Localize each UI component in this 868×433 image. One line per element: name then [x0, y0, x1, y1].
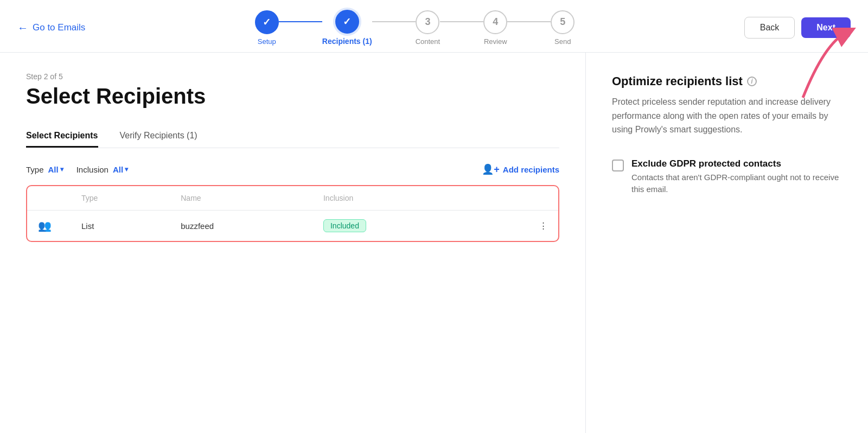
add-recipients-icon: 👤+	[482, 163, 500, 175]
step-send: 5 Send	[551, 10, 575, 46]
step-label-content: Content	[416, 37, 441, 46]
step-setup: ✓ Setup	[255, 10, 279, 46]
tabs: Select Recipients Verify Recipients (1)	[26, 125, 559, 148]
type-filter-label: Type	[26, 165, 44, 174]
gdpr-title: Exclude GDPR protected contacts	[631, 158, 842, 169]
add-recipients-label: Add recipients	[503, 165, 559, 174]
col-name-header: Name	[170, 186, 312, 211]
optimize-desc: Protect priceless sender reputation and …	[612, 95, 842, 137]
gdpr-section: Exclude GDPR protected contacts Contacts…	[612, 158, 842, 196]
step-number-review: 4	[493, 16, 498, 28]
gdpr-checkbox[interactable]	[612, 160, 624, 171]
step-label-review: Review	[484, 37, 507, 46]
row-icon-cell: 👥	[27, 211, 71, 241]
gdpr-desc: Contacts that aren't GDPR-compliant ough…	[631, 171, 842, 196]
step-circle-recipients: ✓	[335, 10, 359, 34]
right-panel: Optimize recipients list i Protect price…	[586, 53, 868, 433]
inclusion-badge: Included	[323, 219, 366, 232]
inclusion-filter-label: Inclusion	[76, 165, 108, 174]
header-actions: Back Next	[744, 17, 851, 39]
col-type-header	[27, 186, 71, 211]
table-row: 👥 List buzzfeed Included ⋮	[27, 211, 558, 241]
step-connector-3	[440, 21, 483, 22]
step-number-content: 3	[425, 16, 430, 28]
left-panel: Step 2 of 5 Select Recipients Select Rec…	[0, 53, 586, 433]
page-title: Select Recipients	[26, 84, 559, 108]
step-connector-2	[372, 21, 416, 22]
gdpr-text-block: Exclude GDPR protected contacts Contacts…	[631, 158, 842, 196]
step-circle-send: 5	[551, 10, 575, 34]
stepper: ✓ Setup ✓ Recipients (1) 3 Content 4	[255, 10, 575, 46]
next-button[interactable]: Next	[801, 17, 851, 38]
step-indicator: Step 2 of 5	[26, 72, 559, 81]
col-actions-header	[481, 186, 558, 211]
main-layout: Step 2 of 5 Select Recipients Select Rec…	[0, 53, 868, 433]
type-filter-select[interactable]: All ▾	[48, 165, 63, 174]
optimize-title: Optimize recipients list i	[612, 74, 842, 88]
checkmark-icon: ✓	[263, 16, 271, 28]
row-name-cell: buzzfeed	[170, 211, 312, 241]
step-recipients: ✓ Recipients (1)	[322, 10, 372, 46]
type-filter-value: All	[48, 165, 59, 174]
inclusion-filter-value: All	[113, 165, 123, 174]
more-options-icon[interactable]: ⋮	[539, 221, 547, 230]
row-actions-cell[interactable]: ⋮	[481, 211, 558, 241]
info-icon[interactable]: i	[747, 77, 757, 86]
tab-verify-recipients[interactable]: Verify Recipients (1)	[120, 125, 197, 148]
checkmark-icon-2: ✓	[343, 16, 351, 28]
step-label-send: Send	[554, 37, 571, 46]
step-circle-content: 3	[416, 10, 439, 34]
recipients-table: Type Name Inclusion 👥	[27, 186, 558, 241]
step-label-setup: Setup	[258, 37, 276, 46]
step-content: 3 Content	[416, 10, 441, 46]
list-type-icon: 👥	[38, 219, 52, 232]
tab-select-recipients[interactable]: Select Recipients	[26, 125, 98, 148]
inclusion-filter-select[interactable]: All ▾	[113, 165, 128, 174]
filters-row: Type All ▾ Inclusion All ▾ 👤+ Add recipi…	[26, 163, 559, 175]
row-inclusion-cell: Included	[312, 211, 481, 241]
step-circle-setup: ✓	[255, 10, 279, 34]
col-inclusion-header: Inclusion	[312, 186, 481, 211]
type-chevron-down-icon: ▾	[60, 165, 63, 173]
header: ← Go to Emails ✓ Setup ✓ Recipients (1) …	[0, 0, 868, 53]
step-circle-review: 4	[483, 10, 507, 34]
step-review: 4 Review	[483, 10, 507, 46]
step-number-send: 5	[560, 16, 565, 28]
table-header-row: Type Name Inclusion	[27, 186, 558, 211]
step-label-recipients: Recipients (1)	[322, 37, 372, 46]
arrow-left-icon: ←	[17, 22, 28, 34]
optimize-title-text: Optimize recipients list	[612, 74, 743, 88]
back-button[interactable]: Back	[744, 17, 795, 39]
add-recipients-button[interactable]: 👤+ Add recipients	[482, 163, 559, 175]
col-type-label-header: Type	[71, 186, 170, 211]
step-connector-4	[507, 21, 551, 22]
type-filter: Type All ▾	[26, 165, 63, 174]
inclusion-filter: Inclusion All ▾	[76, 165, 128, 174]
go-to-emails-label: Go to Emails	[33, 22, 85, 33]
recipients-table-container: Type Name Inclusion 👥	[26, 185, 559, 242]
row-type-cell: List	[71, 211, 170, 241]
go-to-emails-link[interactable]: ← Go to Emails	[17, 22, 85, 34]
step-connector-1	[279, 21, 322, 22]
inclusion-chevron-down-icon: ▾	[125, 165, 128, 173]
